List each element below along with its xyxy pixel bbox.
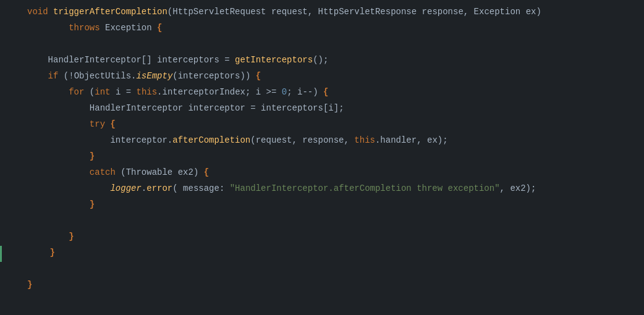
code-content-1: void triggerAfterCompletion(HttpServletR… — [25, 5, 644, 19]
code-line-18: } — [0, 278, 644, 294]
code-content-9: interceptor.afterCompletion(request, res… — [25, 133, 644, 147]
code-content-17 — [25, 262, 644, 275]
code-content-18: } — [25, 278, 644, 292]
code-editor: void triggerAfterCompletion(HttpServletR… — [0, 0, 644, 299]
code-line-14 — [0, 214, 644, 230]
code-content-8: try { — [25, 117, 644, 131]
code-line-17 — [0, 262, 644, 278]
code-content-5: if (!ObjectUtils.isEmpty(interceptors)) … — [25, 69, 644, 83]
code-line-9: interceptor.afterCompletion(request, res… — [0, 133, 644, 149]
code-content-4: HandlerInterceptor[] interceptors = getI… — [25, 53, 644, 67]
code-content-15: } — [25, 230, 644, 243]
code-line-13: } — [0, 198, 644, 214]
code-content-2: throws Exception { — [25, 21, 644, 35]
code-line-11: catch (Throwable ex2) { — [0, 166, 644, 182]
code-line-6: for (int i = this.interceptorIndex; i >=… — [0, 85, 644, 101]
code-content-12: logger.error( message: "HandlerIntercept… — [25, 182, 644, 195]
code-content-7: HandlerInterceptor interceptor = interce… — [25, 101, 644, 115]
code-line-16: } — [0, 246, 644, 262]
code-line-8: try { — [0, 117, 644, 133]
code-line-3 — [0, 37, 644, 53]
code-content-14 — [25, 214, 644, 227]
code-line-1: void triggerAfterCompletion(HttpServletR… — [0, 5, 644, 21]
code-content-10: } — [25, 149, 644, 163]
code-line-4: HandlerInterceptor[] interceptors = getI… — [0, 53, 644, 69]
code-content-16: } — [27, 246, 644, 259]
code-content-13: } — [25, 198, 644, 211]
code-content-3 — [25, 37, 644, 51]
code-content-6: for (int i = this.interceptorIndex; i >=… — [25, 85, 644, 99]
code-line-10: } — [0, 149, 644, 166]
code-content-11: catch (Throwable ex2) { — [25, 166, 644, 179]
code-line-15: } — [0, 230, 644, 246]
code-line-2: throws Exception { — [0, 21, 644, 37]
code-line-5: if (!ObjectUtils.isEmpty(interceptors)) … — [0, 69, 644, 85]
code-line-12: logger.error( message: "HandlerIntercept… — [0, 182, 644, 198]
code-line-7: HandlerInterceptor interceptor = interce… — [0, 101, 644, 117]
